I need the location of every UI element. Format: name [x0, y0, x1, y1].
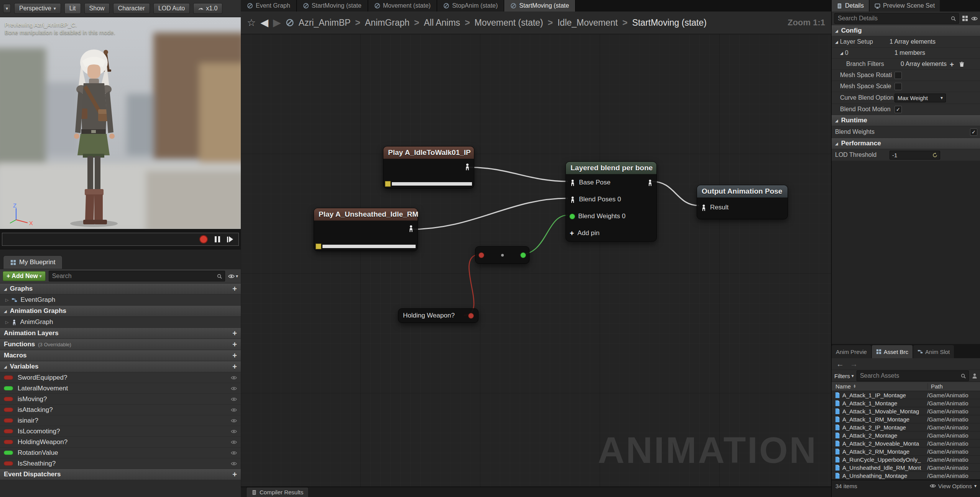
time-pin-icon[interactable]: [316, 244, 321, 249]
asset-row[interactable]: A_Attack_1_Movable_Montag /Game/Animatio: [832, 407, 980, 415]
node-play-idle-to-walk[interactable]: Play A_IdleToWalk01_IP: [383, 146, 474, 189]
variable-row[interactable]: HoldingWeapon?: [0, 437, 241, 448]
breadcrumb-item[interactable]: Idle_Movement: [557, 18, 618, 28]
asset-row[interactable]: A_Attack_1_Montage /Game/Animatio: [832, 399, 980, 407]
property-row-blend-root-motion[interactable]: Blend Root Motion ✓: [832, 104, 980, 115]
wire-bool-holdingweapon[interactable]: [464, 255, 477, 315]
breadcrumb-item[interactable]: AnimGraph: [365, 18, 409, 28]
step-forward-button[interactable]: [227, 236, 233, 242]
bookmark-star-icon[interactable]: ☆: [247, 17, 256, 29]
section-event-dispatchers[interactable]: Event Dispatchers +: [0, 469, 241, 480]
asset-row[interactable]: A_Attack_1_IP_Montage /Game/Animatio: [832, 391, 980, 399]
variable-row[interactable]: isAttacking?: [0, 405, 241, 415]
bool-input-pin[interactable]: [479, 253, 484, 258]
tab-startmoving-2-active[interactable]: StartMoving (state: [504, 0, 576, 12]
asset-row[interactable]: A_Attack_2_Moveable_Monta /Game/Animatio: [832, 439, 980, 448]
wire-pose-idle-to-basepose[interactable]: [467, 167, 568, 181]
lod-threshold-input[interactable]: -1: [890, 151, 940, 160]
property-row-curve-blend-option[interactable]: Curve Blend Option Max Weight ▾: [832, 92, 980, 104]
visibility-filter-button[interactable]: ▾: [228, 273, 238, 280]
section-animation-graphs[interactable]: ◢ Animation Graphs: [0, 306, 241, 317]
pose-input-pin[interactable]: [701, 204, 707, 211]
reset-to-default-icon[interactable]: [932, 153, 937, 158]
pose-output-pin[interactable]: [647, 179, 653, 186]
curve-blend-option-dropdown[interactable]: Max Weight ▾: [894, 94, 946, 102]
pin-row-add-pin[interactable]: + Add pin: [566, 225, 656, 242]
lit-mode-button[interactable]: Lit: [64, 3, 81, 14]
lod-auto-button[interactable]: LOD Auto: [153, 3, 190, 14]
my-blueprint-search-input[interactable]: [49, 271, 225, 281]
asset-row[interactable]: A_Unsheathing_Montage /Game/Animatio: [832, 472, 980, 480]
eye-icon[interactable]: [231, 385, 237, 392]
eye-icon[interactable]: [231, 418, 237, 424]
asset-row[interactable]: A_Unsheathed_Idle_RM_Mont /Game/Animatio: [832, 464, 980, 472]
graph-canvas[interactable]: Play A_IdleToWalk01_IP Play A_Unsheathed…: [241, 34, 831, 487]
section-performance[interactable]: ◢ Performance: [832, 138, 980, 149]
details-search-input[interactable]: [834, 13, 959, 24]
tab-stopanim-state[interactable]: StopAnim (state): [437, 0, 504, 12]
preview-viewport[interactable]: Previewing Azri_AnimBP_C. Bone manipulat…: [0, 17, 241, 229]
asset-search-input[interactable]: [857, 370, 969, 381]
history-back-button[interactable]: ←: [836, 360, 844, 369]
asset-row[interactable]: A_Attack_1_RM_Montage /Game/Animatio: [832, 415, 980, 423]
history-forward-button[interactable]: →: [850, 360, 858, 369]
asset-row[interactable]: A_Attack_2_Montage /Game/Animatio: [832, 431, 980, 439]
filters-button[interactable]: Filters ▾: [834, 373, 854, 379]
node-output-animation-pose[interactable]: Output Animation Pose Result: [697, 185, 788, 219]
variable-row[interactable]: IsLocomoting?: [0, 426, 241, 437]
pose-input-pin[interactable]: [570, 179, 576, 186]
tab-details[interactable]: Details: [832, 0, 869, 12]
show-button[interactable]: Show: [84, 3, 110, 14]
playback-timeline[interactable]: [2, 233, 239, 246]
tab-anim-slot-manager[interactable]: Anim Slot: [913, 345, 954, 358]
blend-weights-checkbox[interactable]: ✓: [970, 128, 977, 136]
tab-startmoving-1[interactable]: StartMoving (state: [297, 0, 368, 12]
property-row-lod-threshold[interactable]: LOD Threshold -1: [832, 149, 980, 161]
tab-my-blueprint[interactable]: My Blueprint: [3, 255, 62, 269]
add-event-dispatcher-button[interactable]: +: [232, 471, 237, 478]
node-layered-blend-per-bone[interactable]: Layered blend per bone Base Pose Blend P…: [566, 161, 657, 242]
perspective-button[interactable]: Perspective▾: [14, 3, 61, 14]
property-row-array-element-0[interactable]: ◢0 1 members: [832, 48, 980, 59]
eye-icon[interactable]: [231, 461, 237, 467]
eye-icon[interactable]: [231, 428, 237, 434]
property-row-blend-weights[interactable]: Blend Weights ✓: [832, 126, 980, 138]
section-macros[interactable]: Macros +: [0, 350, 241, 361]
user-icon[interactable]: [972, 373, 978, 379]
record-button[interactable]: [199, 235, 208, 244]
add-array-element-button[interactable]: +: [950, 61, 954, 68]
character-button[interactable]: Character: [113, 3, 150, 14]
asset-row[interactable]: A_RunCycle_UpperbodyOnly_ /Game/Animatio: [832, 456, 980, 464]
section-functions[interactable]: Functions (3 Overridable) +: [0, 339, 241, 350]
tab-anim-preview-editor[interactable]: Anim Previe: [832, 345, 871, 358]
eye-icon[interactable]: [231, 407, 237, 413]
tab-event-graph[interactable]: Event Graph: [241, 0, 297, 12]
list-item-animgraph[interactable]: ▷ AnimGraph: [0, 317, 241, 328]
viewport-options-button[interactable]: ▾: [3, 4, 11, 13]
asset-row[interactable]: A_Attack_2_IP_Montage /Game/Animatio: [832, 423, 980, 431]
add-function-button[interactable]: +: [232, 341, 237, 348]
column-header-name[interactable]: Name ▲▼: [832, 383, 928, 390]
section-graphs[interactable]: ◢ Graphs +: [0, 283, 241, 295]
pose-output-pin[interactable]: [464, 163, 470, 170]
add-new-button[interactable]: + Add New ▾: [3, 271, 46, 281]
column-header-path[interactable]: Path: [928, 383, 943, 390]
variable-row[interactable]: RotationValue: [0, 448, 241, 458]
tab-compiler-results[interactable]: Compiler Results: [246, 487, 309, 497]
property-row-layer-setup[interactable]: ◢Layer Setup 1 Array elements: [832, 36, 980, 48]
nav-back-button[interactable]: ◀: [260, 16, 268, 29]
property-row-branch-filters[interactable]: Branch Filters 0 Array elements +: [832, 59, 980, 70]
asset-row[interactable]: A_Attack_2_RM_Montage /Game/Animatio: [832, 448, 980, 456]
pause-button[interactable]: [215, 236, 220, 242]
eye-icon[interactable]: [231, 375, 237, 381]
node-play-unsheathed-idle[interactable]: Play A_Unsheathed_Idle_RM: [314, 208, 418, 251]
variable-row[interactable]: SwordEquipped?: [0, 372, 241, 383]
section-config[interactable]: ◢ Config: [832, 25, 980, 36]
variable-row[interactable]: IsSheathing?: [0, 458, 241, 469]
breadcrumb-item[interactable]: All Anims: [424, 18, 460, 28]
eye-icon[interactable]: [971, 15, 978, 22]
section-runtime[interactable]: ◢ Runtime: [832, 115, 980, 126]
expander-closed-icon[interactable]: ▷: [5, 298, 8, 303]
expander-closed-icon[interactable]: ▷: [5, 320, 8, 325]
eye-icon[interactable]: [231, 439, 237, 445]
